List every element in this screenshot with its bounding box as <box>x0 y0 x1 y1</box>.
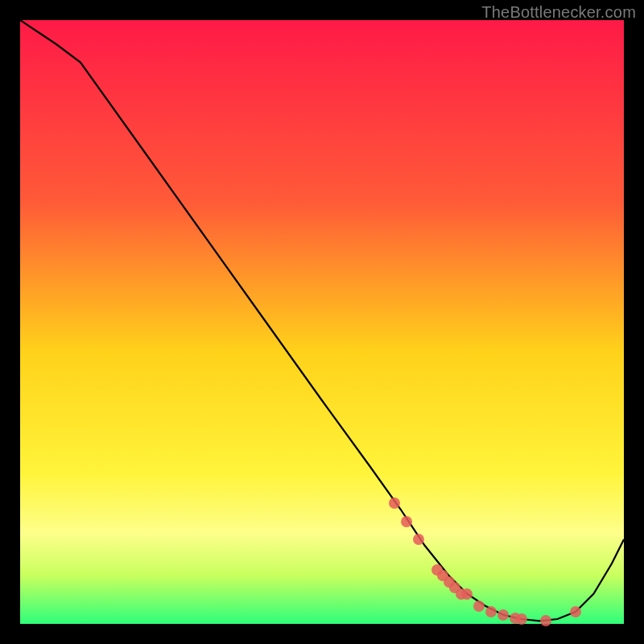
highlight-marker <box>437 570 448 581</box>
highlight-marker <box>389 497 400 509</box>
highlight-marker <box>540 615 551 626</box>
plot-area <box>20 20 624 624</box>
highlight-marker <box>473 601 485 612</box>
highlight-marker <box>449 582 460 593</box>
highlight-marker <box>413 534 424 545</box>
highlight-marker <box>510 613 521 624</box>
attribution-label: TheBottlenecker.com <box>481 3 636 22</box>
curve-path <box>20 20 624 621</box>
highlight-marker <box>461 588 473 600</box>
highlight-marker <box>485 606 497 617</box>
highlight-marker <box>431 564 443 576</box>
highlight-marker <box>516 613 527 625</box>
chart-stage: TheBottlenecker.com <box>0 0 644 644</box>
highlight-marker <box>401 516 412 527</box>
highlight-marker <box>444 576 455 588</box>
main-curve <box>20 20 624 624</box>
highlight-marker <box>456 588 467 600</box>
highlight-marker <box>497 609 509 621</box>
highlight-marker <box>570 606 581 617</box>
